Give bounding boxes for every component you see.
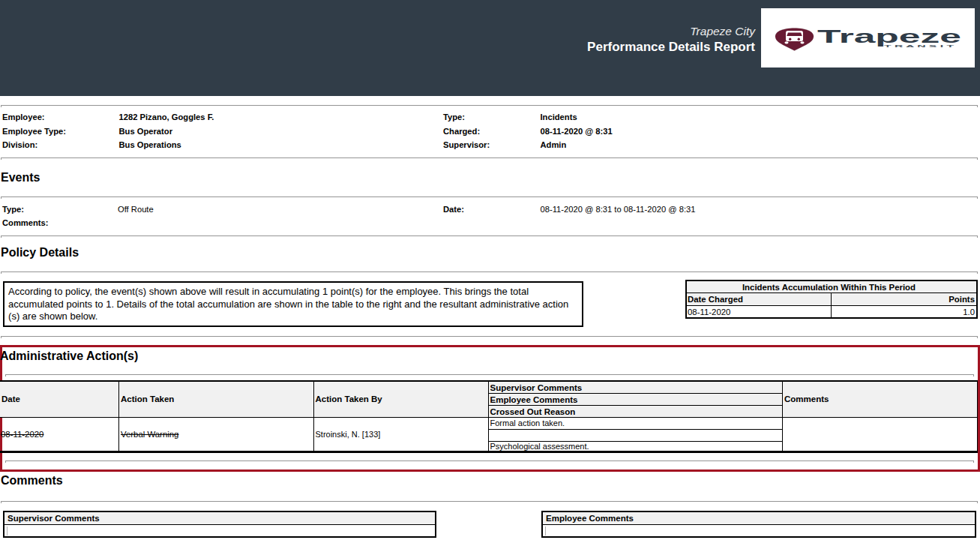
svg-text:T R A N S I T: T R A N S I T <box>884 44 955 48</box>
